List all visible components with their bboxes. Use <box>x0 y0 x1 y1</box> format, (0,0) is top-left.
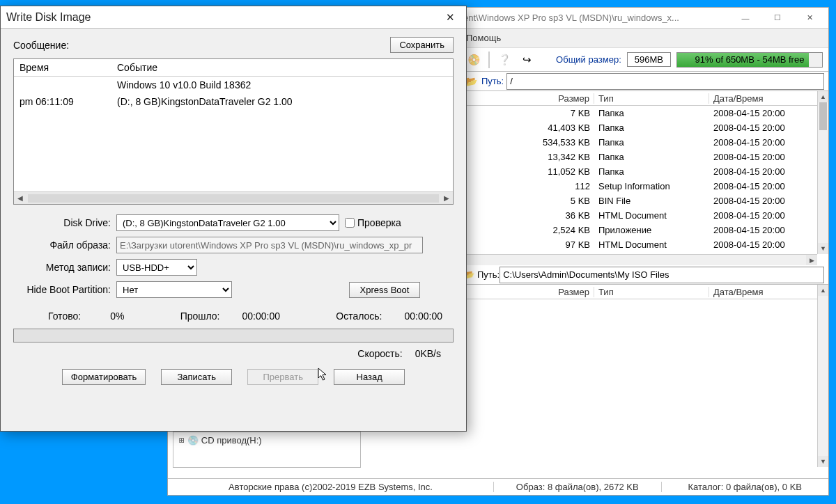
capacity-bar[interactable]: 91% of 650MB - 54MB free <box>676 52 823 68</box>
cell-type: Папка <box>594 108 709 118</box>
log-col-time[interactable]: Время <box>14 59 111 76</box>
scroll-up-icon[interactable]: ▲ <box>818 91 828 102</box>
cell-size: 112 <box>539 181 594 191</box>
image-file-input[interactable] <box>116 237 423 253</box>
write-method-label: Метод записи: <box>13 262 111 273</box>
lower-path-input[interactable] <box>500 267 824 283</box>
tree-expand-icon[interactable]: ⊞ <box>179 435 185 446</box>
image-file-label: Файл образа: <box>13 239 111 251</box>
toolbar-separator <box>488 52 490 68</box>
upper-path-input[interactable] <box>506 73 824 90</box>
cell-type: BIN File <box>594 196 709 206</box>
mount-icon[interactable]: 📀 <box>465 51 483 69</box>
cell-type: Папка <box>594 152 709 162</box>
col-date2[interactable]: Дата/Время <box>709 287 821 297</box>
close-button[interactable]: ✕ <box>794 8 826 28</box>
cell-type: Папка <box>594 137 709 148</box>
cell-date: 2008-04-15 20:00 <box>709 123 821 133</box>
progress-bar <box>13 329 454 342</box>
vscrollbar2[interactable]: ▲ ▼ <box>817 285 828 467</box>
hide-boot-select[interactable]: Нет <box>116 281 232 298</box>
abort-button: Прервать <box>247 369 318 385</box>
hide-boot-label: Hide Boot Partition: <box>13 284 111 295</box>
remain-label: Осталось: <box>336 310 382 322</box>
cell-size: 36 KB <box>539 210 594 221</box>
cell-type: Приложение <box>594 225 709 235</box>
total-size-value: 596MB <box>627 52 671 67</box>
message-log[interactable]: Время Событие Windows 10 v10.0 Build 183… <box>13 58 454 205</box>
cell-date: 2008-04-15 20:00 <box>709 196 821 206</box>
col-date[interactable]: Дата/Время <box>709 93 821 104</box>
scroll-down-icon[interactable]: ▼ <box>818 243 828 254</box>
message-label: Сообщение: <box>13 40 390 51</box>
upper-path-label: Путь: <box>481 76 504 86</box>
cell-size: 534,533 KB <box>539 137 594 148</box>
log-event: Windows 10 v10.0 Build 18362 <box>111 77 453 93</box>
write-method-select[interactable]: USB-HDD+ <box>116 259 197 276</box>
lower-path-label: Путь: <box>477 269 500 280</box>
verify-checkbox[interactable]: Проверка <box>345 217 401 228</box>
scroll-left-icon[interactable]: ◀ <box>14 194 26 202</box>
back-button[interactable]: Назад <box>334 369 405 385</box>
format-button[interactable]: Форматировать <box>62 369 146 385</box>
cell-type: Папка <box>594 166 709 177</box>
maximize-button[interactable]: ☐ <box>761 8 794 28</box>
speed-label: Скорость: <box>357 348 402 359</box>
dialog-close-button[interactable]: ✕ <box>440 8 460 27</box>
elapsed-label: Прошло: <box>180 310 220 322</box>
log-col-event[interactable]: Событие <box>111 59 453 76</box>
drive-tree[interactable]: ⊞ 💿 CD привод(H:) <box>173 432 361 468</box>
scroll-right-icon[interactable]: ▶ <box>806 255 817 265</box>
status-copyright: Авторские права (c)2002-2019 EZB Systems… <box>168 482 494 492</box>
verify-checkbox-input[interactable] <box>345 218 355 228</box>
cell-date: 2008-04-15 20:00 <box>709 152 821 162</box>
cell-date: 2008-04-15 20:00 <box>709 137 821 148</box>
log-row: Windows 10 v10.0 Build 18362 <box>14 77 453 93</box>
log-event: (D:, 8 GB)KingstonDataTraveler G2 1.00 <box>111 93 453 110</box>
status-catalog: Каталог: 0 файла(ов), 0 KB <box>662 482 829 492</box>
cell-type: HTML Document <box>594 239 709 250</box>
cell-date: 2008-04-15 20:00 <box>709 108 821 118</box>
cell-type: HTML Document <box>594 210 709 221</box>
scroll-down-icon[interactable]: ▼ <box>818 456 828 467</box>
cell-size: 13,342 KB <box>539 152 594 162</box>
write-button[interactable]: Записать <box>161 369 232 385</box>
cd-drive-icon: 💿 <box>187 435 199 446</box>
disk-drive-select[interactable]: (D:, 8 GB)KingstonDataTraveler G2 1.00 <box>116 214 339 231</box>
remain-value: 00:00:00 <box>405 310 443 322</box>
col-size2[interactable]: Размер <box>539 287 594 297</box>
status-bar: Авторские права (c)2002-2019 EZB Systems… <box>168 478 828 495</box>
col-size[interactable]: Размер <box>539 93 594 104</box>
cell-date: 2008-04-15 20:00 <box>709 210 821 221</box>
minimize-button[interactable]: — <box>729 8 761 28</box>
status-image: Образ: 8 файла(ов), 2672 KB <box>494 482 662 492</box>
cell-date: 2008-04-15 20:00 <box>709 181 821 191</box>
total-size-label: Общий размер: <box>556 54 621 65</box>
capacity-bar-text: 91% of 650MB - 54MB free <box>677 53 822 67</box>
cell-date: 2008-04-15 20:00 <box>709 225 821 235</box>
menu-help[interactable]: Помощь <box>466 33 501 43</box>
col-type2[interactable]: Тип <box>594 287 709 297</box>
cell-size: 97 KB <box>539 239 594 250</box>
cell-date: 2008-04-15 20:00 <box>709 166 821 177</box>
dialog-titlebar: Write Disk Image ✕ <box>1 6 466 29</box>
cell-type: Папка <box>594 123 709 133</box>
cell-size: 2,524 KB <box>539 225 594 235</box>
ready-label: Готово: <box>48 310 81 322</box>
help-icon[interactable]: ❔ <box>495 51 513 69</box>
col-type[interactable]: Тип <box>594 93 709 104</box>
scroll-right-icon[interactable]: ▶ <box>440 194 453 202</box>
vscrollbar[interactable]: ▲ ▼ <box>817 91 828 254</box>
write-disk-image-dialog: Write Disk Image ✕ Сообщение: Сохранить … <box>0 6 467 432</box>
scroll-up-icon[interactable]: ▲ <box>818 285 828 296</box>
xpress-boot-button[interactable]: Xpress Boot <box>349 282 420 298</box>
log-time <box>14 77 111 93</box>
log-time: pm 06:11:09 <box>14 93 111 110</box>
cell-type: Setup Information <box>594 181 709 191</box>
save-log-button[interactable]: Сохранить <box>390 37 454 53</box>
exit-icon[interactable]: ↪ <box>518 51 536 69</box>
dialog-title-text: Write Disk Image <box>6 11 91 24</box>
log-hscroll[interactable]: ◀ ▶ <box>14 191 453 204</box>
speed-value: 0KB/s <box>415 348 441 359</box>
tree-item-label[interactable]: CD привод(H:) <box>201 435 262 446</box>
